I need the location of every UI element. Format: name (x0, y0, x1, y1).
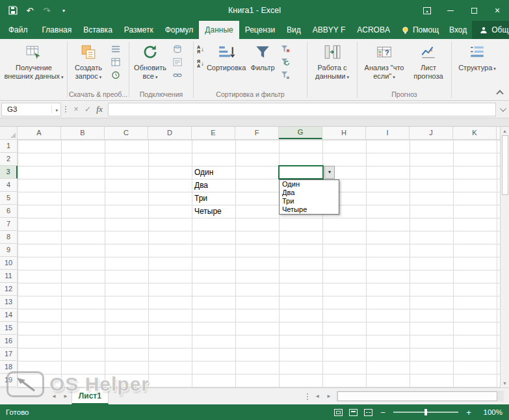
grid[interactable]: 12345678910111213141516171819 Один Два Т… (0, 140, 509, 387)
column-header[interactable]: G (279, 127, 322, 139)
zoom-out-icon[interactable]: − (379, 408, 387, 417)
tell-me-box[interactable]: Помощ (396, 21, 444, 39)
zoom-percentage[interactable]: 100% (479, 408, 502, 416)
enter-icon[interactable]: ✓ (82, 105, 94, 114)
reapply-filter-icon[interactable] (280, 57, 291, 67)
hscroll-right-icon[interactable]: ► (323, 388, 335, 404)
edit-links-icon[interactable] (172, 70, 183, 80)
connections-icon[interactable] (172, 44, 183, 54)
page-break-view-icon[interactable] (364, 409, 372, 416)
save-icon[interactable] (8, 5, 18, 16)
row-header[interactable]: 14 (0, 309, 18, 322)
normal-view-icon[interactable] (334, 409, 343, 416)
column-header[interactable]: A (18, 127, 61, 139)
scrollbar-splitter[interactable] (304, 388, 311, 404)
row-header[interactable]: 10 (0, 257, 18, 270)
horizontal-scrollbar[interactable] (336, 391, 504, 402)
undo-icon[interactable]: ↶ (25, 5, 35, 16)
insert-function-icon[interactable]: fx (94, 104, 105, 114)
filter-button[interactable]: Фильтр (247, 40, 278, 90)
customize-toolbar-icon[interactable]: ▾ (59, 5, 69, 16)
ribbon-tab[interactable]: ABBYY F (307, 21, 351, 39)
row-header[interactable]: 7 (0, 218, 18, 231)
sheet-nav-right-icon[interactable]: ► (60, 388, 72, 404)
column-header[interactable]: I (366, 127, 410, 139)
close-button[interactable]: × (486, 0, 509, 21)
row-header[interactable]: 5 (0, 192, 18, 205)
forecast-sheet-button[interactable]: Лист прогноза (408, 40, 449, 90)
row-header[interactable]: 3 (0, 166, 18, 179)
sheet-tab[interactable]: Лист1 (72, 388, 109, 404)
ribbon-tab[interactable]: Данные (199, 21, 239, 39)
ribbon-tab[interactable]: Вид (281, 21, 307, 39)
from-table-icon[interactable] (110, 57, 122, 67)
column-header[interactable]: K (453, 127, 497, 139)
row-header[interactable]: 17 (0, 348, 18, 361)
dropdown-option[interactable]: Один (280, 180, 339, 189)
ribbon-tab[interactable]: Главная (36, 21, 78, 39)
tab-file[interactable]: Файл (0, 21, 36, 39)
ribbon-tab[interactable]: Вставка (77, 21, 118, 39)
hscroll-left-icon[interactable]: ◄ (311, 388, 323, 404)
column-header[interactable]: J (410, 127, 453, 139)
sheet-nav-left-icon[interactable]: ◄ (48, 388, 60, 404)
sign-in-link[interactable]: Вход (444, 21, 472, 39)
column-header[interactable]: E (192, 127, 235, 139)
row-header[interactable]: 19 (0, 374, 18, 387)
vertical-scrollbar[interactable]: ▲ ▼ (500, 127, 509, 387)
recent-sources-icon[interactable] (110, 70, 122, 80)
what-if-analysis-button[interactable]: ? Анализ "что если" (360, 40, 408, 90)
dropdown-option[interactable]: Четыре (280, 205, 339, 214)
share-button[interactable]: Общий доступ (472, 21, 509, 39)
redo-icon[interactable]: ↷ (42, 5, 52, 16)
row-header[interactable]: 9 (0, 244, 18, 257)
show-queries-icon[interactable] (110, 44, 122, 54)
select-all-corner[interactable] (0, 127, 18, 139)
column-header[interactable]: F (235, 127, 279, 139)
row-header[interactable]: 8 (0, 231, 18, 244)
ribbon-display-options-icon[interactable]: ▴ (415, 0, 439, 21)
column-header[interactable]: H (322, 127, 366, 139)
name-box[interactable]: G3 (1, 103, 61, 116)
clear-filter-icon[interactable] (280, 44, 291, 54)
cell-E3[interactable]: Один (192, 166, 213, 179)
horizontal-scroll-thumb[interactable] (337, 391, 497, 401)
selected-cell-G3[interactable] (278, 165, 324, 179)
cancel-icon[interactable]: × (70, 105, 82, 114)
row-header[interactable]: 6 (0, 205, 18, 218)
formula-bar-expand-icon[interactable] (497, 105, 506, 114)
page-layout-view-icon[interactable] (349, 409, 358, 416)
dropdown-option[interactable]: Три (280, 197, 339, 205)
zoom-slider-thumb[interactable] (424, 409, 427, 415)
dropdown-option[interactable]: Два (280, 189, 339, 197)
column-header[interactable]: B (61, 127, 105, 139)
sort-button[interactable]: Сортировка (205, 40, 247, 90)
new-query-button[interactable]: Создать запрос (68, 40, 109, 90)
properties-icon[interactable] (172, 57, 183, 67)
row-header[interactable]: 15 (0, 322, 18, 335)
minimize-button[interactable] (439, 0, 462, 21)
scroll-up-icon[interactable]: ▲ (502, 127, 507, 135)
sort-ascending-button[interactable]: АЯ (197, 44, 204, 55)
vertical-scroll-thumb[interactable] (502, 135, 508, 195)
advanced-filter-icon[interactable] (280, 70, 291, 80)
data-tools-button[interactable]: Работа с данными (309, 40, 355, 90)
scroll-down-icon[interactable]: ▼ (502, 379, 507, 387)
column-header[interactable]: D (148, 127, 192, 139)
row-header[interactable]: 1 (0, 140, 18, 153)
row-header[interactable]: 16 (0, 335, 18, 348)
row-header[interactable]: 4 (0, 179, 18, 192)
row-header[interactable]: 13 (0, 296, 18, 309)
row-header[interactable]: 2 (0, 153, 18, 166)
ribbon-tab[interactable]: Формул (159, 21, 200, 39)
formula-bar-splitter[interactable] (61, 106, 70, 112)
cell-E6[interactable]: Четыре (192, 205, 222, 218)
ribbon-tab[interactable]: Рецензи (239, 21, 281, 39)
row-header[interactable]: 12 (0, 283, 18, 296)
outline-button[interactable]: Структура (455, 40, 499, 90)
column-header[interactable]: C (105, 127, 148, 139)
zoom-in-icon[interactable]: + (465, 408, 473, 417)
row-header[interactable]: 18 (0, 361, 18, 374)
row-header[interactable]: 11 (0, 270, 18, 283)
chevron-down-icon[interactable] (51, 105, 58, 113)
